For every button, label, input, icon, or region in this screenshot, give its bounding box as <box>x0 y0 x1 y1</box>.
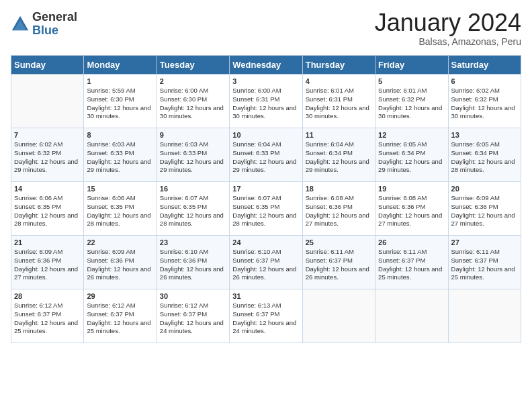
day-info: Sunrise: 6:06 AMSunset: 6:35 PMDaylight:… <box>14 194 78 227</box>
table-row <box>302 289 375 343</box>
table-row: 27Sunrise: 6:11 AMSunset: 6:37 PMDayligh… <box>448 236 521 289</box>
day-number: 7 <box>14 131 81 139</box>
title-block: January 2024 Balsas, Amazonas, Peru <box>375 11 521 47</box>
table-row: 11Sunrise: 6:04 AMSunset: 6:34 PMDayligh… <box>302 128 375 182</box>
day-number: 24 <box>232 238 299 246</box>
day-number: 12 <box>378 131 445 139</box>
day-number: 3 <box>232 77 299 85</box>
day-number: 23 <box>160 238 226 246</box>
table-row: 17Sunrise: 6:07 AMSunset: 6:35 PMDayligh… <box>230 182 302 236</box>
day-info: Sunrise: 6:08 AMSunset: 6:36 PMDaylight:… <box>306 194 369 227</box>
day-number: 16 <box>160 185 226 193</box>
calendar-week-row: 1Sunrise: 5:59 AMSunset: 6:30 PMDaylight… <box>11 75 521 128</box>
table-row: 6Sunrise: 6:02 AMSunset: 6:32 PMDaylight… <box>448 75 521 128</box>
day-info: Sunrise: 6:12 AMSunset: 6:37 PMDaylight:… <box>14 302 78 334</box>
table-row: 2Sunrise: 6:00 AMSunset: 6:30 PMDaylight… <box>157 75 229 128</box>
day-info: Sunrise: 6:07 AMSunset: 6:35 PMDaylight:… <box>232 194 296 227</box>
day-info: Sunrise: 6:00 AMSunset: 6:30 PMDaylight:… <box>160 87 224 120</box>
day-number: 27 <box>451 238 518 246</box>
day-info: Sunrise: 6:03 AMSunset: 6:33 PMDaylight:… <box>87 140 150 173</box>
day-info: Sunrise: 6:12 AMSunset: 6:37 PMDaylight:… <box>87 302 150 334</box>
day-number: 19 <box>378 185 445 193</box>
day-number: 21 <box>14 238 81 246</box>
day-info: Sunrise: 6:12 AMSunset: 6:37 PMDaylight:… <box>160 302 224 334</box>
day-info: Sunrise: 6:02 AMSunset: 6:32 PMDaylight:… <box>451 87 515 120</box>
day-number: 30 <box>160 292 226 300</box>
calendar-week-row: 21Sunrise: 6:09 AMSunset: 6:36 PMDayligh… <box>11 236 521 289</box>
table-row: 28Sunrise: 6:12 AMSunset: 6:37 PMDayligh… <box>11 289 84 343</box>
table-row: 29Sunrise: 6:12 AMSunset: 6:37 PMDayligh… <box>84 289 157 343</box>
logo-general-text: General <box>32 10 77 24</box>
header-tuesday: Tuesday <box>157 56 229 75</box>
day-info: Sunrise: 6:02 AMSunset: 6:32 PMDaylight:… <box>14 140 78 173</box>
table-row: 13Sunrise: 6:05 AMSunset: 6:34 PMDayligh… <box>448 128 521 182</box>
day-number: 13 <box>451 131 518 139</box>
day-info: Sunrise: 6:07 AMSunset: 6:35 PMDaylight:… <box>160 194 224 227</box>
day-info: Sunrise: 6:04 AMSunset: 6:34 PMDaylight:… <box>306 140 369 173</box>
day-number: 4 <box>306 77 372 85</box>
day-number: 22 <box>87 238 153 246</box>
day-number: 5 <box>378 77 445 85</box>
day-info: Sunrise: 6:01 AMSunset: 6:32 PMDaylight:… <box>378 87 442 120</box>
table-row: 1Sunrise: 5:59 AMSunset: 6:30 PMDaylight… <box>84 75 157 128</box>
day-info: Sunrise: 6:05 AMSunset: 6:34 PMDaylight:… <box>451 140 515 173</box>
table-row: 22Sunrise: 6:09 AMSunset: 6:36 PMDayligh… <box>84 236 157 289</box>
day-number: 20 <box>451 185 518 193</box>
table-row: 23Sunrise: 6:10 AMSunset: 6:36 PMDayligh… <box>157 236 229 289</box>
day-number: 11 <box>306 131 372 139</box>
day-info: Sunrise: 6:10 AMSunset: 6:37 PMDaylight:… <box>232 248 296 281</box>
day-info: Sunrise: 6:11 AMSunset: 6:37 PMDaylight:… <box>451 248 515 281</box>
day-info: Sunrise: 5:59 AMSunset: 6:30 PMDaylight:… <box>87 87 150 120</box>
table-row: 15Sunrise: 6:06 AMSunset: 6:35 PMDayligh… <box>84 182 157 236</box>
day-number: 26 <box>378 238 445 246</box>
day-info: Sunrise: 6:10 AMSunset: 6:36 PMDaylight:… <box>160 248 224 281</box>
logo-icon <box>11 15 30 34</box>
calendar-table: Sunday Monday Tuesday Wednesday Thursday… <box>11 55 521 343</box>
day-number: 28 <box>14 292 81 300</box>
table-row: 4Sunrise: 6:01 AMSunset: 6:31 PMDaylight… <box>302 75 375 128</box>
day-number: 29 <box>87 292 153 300</box>
header-monday: Monday <box>84 56 157 75</box>
table-row: 7Sunrise: 6:02 AMSunset: 6:32 PMDaylight… <box>11 128 84 182</box>
header-thursday: Thursday <box>302 56 375 75</box>
calendar-week-row: 7Sunrise: 6:02 AMSunset: 6:32 PMDaylight… <box>11 128 521 182</box>
table-row: 30Sunrise: 6:12 AMSunset: 6:37 PMDayligh… <box>157 289 229 343</box>
table-row <box>11 75 84 128</box>
day-number: 9 <box>160 131 226 139</box>
day-info: Sunrise: 6:04 AMSunset: 6:33 PMDaylight:… <box>232 140 296 173</box>
table-row: 18Sunrise: 6:08 AMSunset: 6:36 PMDayligh… <box>302 182 375 236</box>
day-number: 18 <box>306 185 372 193</box>
table-row: 5Sunrise: 6:01 AMSunset: 6:32 PMDaylight… <box>375 75 448 128</box>
table-row: 16Sunrise: 6:07 AMSunset: 6:35 PMDayligh… <box>157 182 229 236</box>
day-number: 10 <box>232 131 299 139</box>
day-info: Sunrise: 6:03 AMSunset: 6:33 PMDaylight:… <box>160 140 224 173</box>
table-row: 12Sunrise: 6:05 AMSunset: 6:34 PMDayligh… <box>375 128 448 182</box>
table-row: 31Sunrise: 6:13 AMSunset: 6:37 PMDayligh… <box>230 289 302 343</box>
day-info: Sunrise: 6:08 AMSunset: 6:36 PMDaylight:… <box>378 194 442 227</box>
day-info: Sunrise: 6:09 AMSunset: 6:36 PMDaylight:… <box>87 248 150 281</box>
calendar-week-row: 14Sunrise: 6:06 AMSunset: 6:35 PMDayligh… <box>11 182 521 236</box>
day-info: Sunrise: 6:05 AMSunset: 6:34 PMDaylight:… <box>378 140 442 173</box>
month-title: January 2024 <box>375 11 521 35</box>
table-row: 20Sunrise: 6:09 AMSunset: 6:36 PMDayligh… <box>448 182 521 236</box>
page-header: General Blue January 2024 Balsas, Amazon… <box>11 11 521 47</box>
day-info: Sunrise: 6:00 AMSunset: 6:31 PMDaylight:… <box>232 87 296 120</box>
day-number: 15 <box>87 185 153 193</box>
day-number: 25 <box>306 238 372 246</box>
header-wednesday: Wednesday <box>230 56 302 75</box>
table-row: 9Sunrise: 6:03 AMSunset: 6:33 PMDaylight… <box>157 128 229 182</box>
day-number: 8 <box>87 131 153 139</box>
day-info: Sunrise: 6:06 AMSunset: 6:35 PMDaylight:… <box>87 194 150 227</box>
table-row: 25Sunrise: 6:11 AMSunset: 6:37 PMDayligh… <box>302 236 375 289</box>
table-row: 14Sunrise: 6:06 AMSunset: 6:35 PMDayligh… <box>11 182 84 236</box>
table-row: 21Sunrise: 6:09 AMSunset: 6:36 PMDayligh… <box>11 236 84 289</box>
table-row <box>448 289 521 343</box>
header-saturday: Saturday <box>448 56 521 75</box>
day-number: 2 <box>160 77 226 85</box>
day-number: 14 <box>14 185 81 193</box>
day-info: Sunrise: 6:11 AMSunset: 6:37 PMDaylight:… <box>306 248 369 281</box>
day-info: Sunrise: 6:11 AMSunset: 6:37 PMDaylight:… <box>378 248 442 281</box>
header-friday: Friday <box>375 56 448 75</box>
table-row: 10Sunrise: 6:04 AMSunset: 6:33 PMDayligh… <box>230 128 302 182</box>
calendar-header-row: Sunday Monday Tuesday Wednesday Thursday… <box>11 56 521 75</box>
